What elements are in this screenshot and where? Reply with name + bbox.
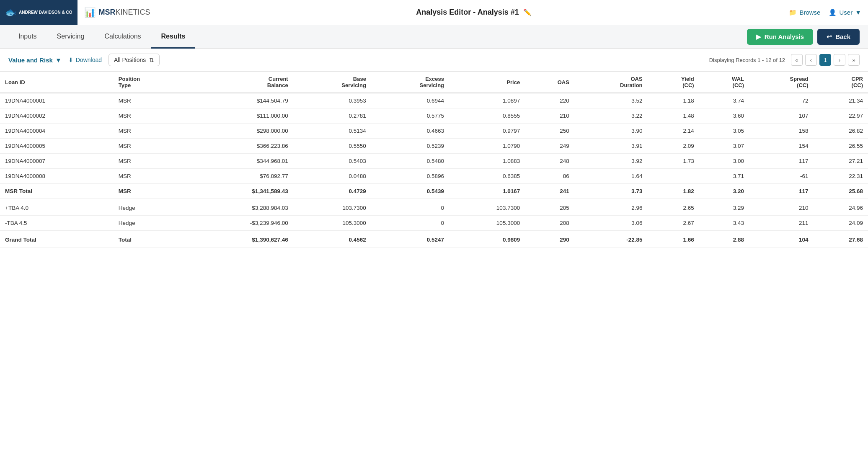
table-cell: 24.96	[814, 199, 868, 216]
page-last-button[interactable]: »	[848, 54, 860, 66]
table-cell: MSR	[114, 108, 185, 124]
table-cell: 2.88	[699, 231, 749, 247]
table-row: 19DNA4000008MSR$76,892.770.04880.58960.6…	[0, 169, 868, 184]
value-risk-button[interactable]: Value and Risk ▼	[8, 57, 62, 64]
table-cell: 0.6385	[449, 169, 525, 184]
back-button[interactable]: ↩ Back	[817, 29, 860, 45]
page-first-button[interactable]: «	[791, 54, 803, 66]
table-cell: 1.82	[648, 184, 699, 199]
table-row: 19DNA4000002MSR$111,000.000.27810.57750.…	[0, 108, 868, 124]
table-cell: 103.7300	[293, 199, 371, 216]
table-cell: 3.29	[699, 199, 749, 216]
positions-select[interactable]: All Positions ⇅	[108, 54, 160, 66]
table-cell: $298,000.00	[185, 124, 293, 139]
table-cell: 22.31	[814, 169, 868, 184]
col-price: Price	[449, 72, 525, 93]
table-row: +TBA 4.0Hedge$3,288,984.03103.73000103.7…	[0, 199, 868, 216]
table-cell: 0.6944	[371, 93, 449, 108]
table-cell: $76,892.77	[185, 169, 293, 184]
table-cell: 105.3000	[449, 216, 525, 231]
select-arrows-icon: ⇅	[149, 57, 154, 63]
table-cell: MSR	[114, 154, 185, 169]
value-risk-label: Value and Risk	[8, 57, 53, 64]
table-cell: 3.92	[574, 154, 648, 169]
table-cell: $144,504.79	[185, 93, 293, 108]
table-cell: 0.5775	[371, 108, 449, 124]
analysis-title: Analysis Editor - Analysis #1 ✏️	[159, 8, 789, 17]
table-cell: 1.48	[648, 108, 699, 124]
table-cell: 1.64	[574, 169, 648, 184]
page-1-button[interactable]: 1	[819, 54, 831, 66]
browse-label: Browse	[799, 9, 820, 16]
table-cell: MSR	[114, 124, 185, 139]
table-cell: 0.8555	[449, 108, 525, 124]
table-cell: Hedge	[114, 216, 185, 231]
table-cell: 241	[525, 184, 574, 199]
table-cell: 3.91	[574, 139, 648, 154]
table-cell: MSR	[114, 139, 185, 154]
col-wal-cc: WAL(CC)	[699, 72, 749, 93]
table-cell: 211	[749, 216, 814, 231]
logo-fish-icon: 🐟	[5, 7, 16, 18]
table-cell: 1.0883	[449, 154, 525, 169]
table-cell: 208	[525, 216, 574, 231]
table-cell: 3.90	[574, 124, 648, 139]
table-cell: 19DNA4000008	[0, 169, 114, 184]
table-row: -TBA 4.5Hedge-$3,239,946.00105.30000105.…	[0, 216, 868, 231]
table-row: 19DNA4000001MSR$144,504.790.39530.69441.…	[0, 93, 868, 108]
tab-inputs[interactable]: Inputs	[8, 25, 47, 49]
table-cell: 19DNA4000004	[0, 124, 114, 139]
table-cell: 3.71	[699, 169, 749, 184]
page-prev-button[interactable]: ‹	[805, 54, 817, 66]
table-cell: 210	[749, 199, 814, 216]
browse-link[interactable]: 📁 Browse	[789, 9, 820, 16]
table-cell: 104	[749, 231, 814, 247]
user-menu[interactable]: 👤 User ▼	[829, 9, 861, 16]
table-cell: -$3,239,946.00	[185, 216, 293, 231]
table-cell: 117	[749, 184, 814, 199]
table-cell: 103.7300	[449, 199, 525, 216]
table-cell: 0.4562	[293, 231, 371, 247]
run-button-label: Run Analysis	[765, 33, 804, 40]
table-cell: 0.5247	[371, 231, 449, 247]
table-cell: 249	[525, 139, 574, 154]
table-cell: 1.73	[648, 154, 699, 169]
table-cell: 3.52	[574, 93, 648, 108]
table-cell: 3.43	[699, 216, 749, 231]
table-cell: 0.5134	[293, 124, 371, 139]
page-next-button[interactable]: ›	[834, 54, 845, 66]
run-analysis-button[interactable]: ▶ Run Analysis	[747, 29, 813, 45]
table-cell: 0.5896	[371, 169, 449, 184]
table-cell: 19DNA4000005	[0, 139, 114, 154]
download-label: Download	[76, 57, 102, 63]
tab-servicing[interactable]: Servicing	[47, 25, 95, 49]
toolbar: Value and Risk ▼ ⬇ Download All Position…	[0, 49, 868, 72]
table-cell: 205	[525, 199, 574, 216]
table-row: 19DNA4000007MSR$344,968.010.54030.54801.…	[0, 154, 868, 169]
header-right: 📁 Browse 👤 User ▼	[789, 9, 861, 16]
user-label: User	[839, 9, 852, 16]
table-cell: 0.2781	[293, 108, 371, 124]
table-cell: 248	[525, 154, 574, 169]
table-cell: 154	[749, 139, 814, 154]
table-cell: MSR	[114, 184, 185, 199]
edit-icon[interactable]: ✏️	[523, 8, 532, 16]
table-header: Loan ID PositionType CurrentBalance Base…	[0, 72, 868, 93]
chart-icon: 📊	[84, 7, 96, 18]
table-cell: 0.5550	[293, 139, 371, 154]
table-cell: 2.67	[648, 216, 699, 231]
table-cell: 220	[525, 93, 574, 108]
download-button[interactable]: ⬇ Download	[68, 57, 102, 63]
tab-results[interactable]: Results	[151, 25, 196, 49]
play-icon: ▶	[756, 33, 761, 41]
table-cell: 250	[525, 124, 574, 139]
table-cell: 107	[749, 108, 814, 124]
table-cell: MSR	[114, 93, 185, 108]
table-cell: 27.68	[814, 231, 868, 247]
table-row: 19DNA4000004MSR$298,000.000.51340.46630.…	[0, 124, 868, 139]
table-cell: 3.00	[699, 154, 749, 169]
page-info: Displaying Records 1 - 12 of 12	[709, 57, 785, 63]
tab-calculations[interactable]: Calculations	[94, 25, 151, 49]
table-cell: 25.68	[814, 184, 868, 199]
col-excess-servicing: ExcessServicing	[371, 72, 449, 93]
